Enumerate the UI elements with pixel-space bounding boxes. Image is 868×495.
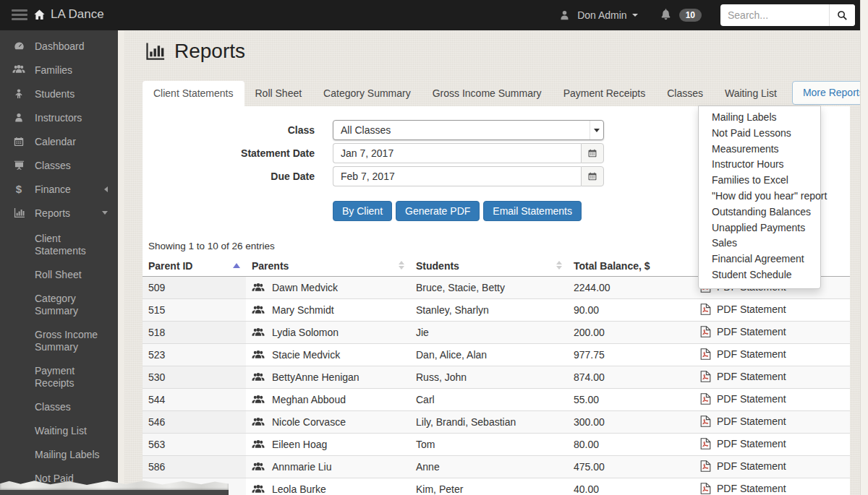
caret-down-icon[interactable] bbox=[632, 14, 638, 17]
cell-balance: 40.00 bbox=[568, 478, 694, 495]
sidebar-item-reports[interactable]: Reports bbox=[0, 201, 118, 225]
cell-parents: Eileen Hoag bbox=[272, 439, 327, 450]
chalkboard-icon bbox=[12, 159, 26, 171]
cell-balance: 55.00 bbox=[568, 389, 694, 411]
page-scrollbar-track[interactable] bbox=[860, 0, 868, 495]
class-select[interactable]: All Classes bbox=[333, 120, 604, 140]
menu-item-student-schedule[interactable]: Student Schedule bbox=[699, 267, 820, 283]
cell-balance: 80.00 bbox=[568, 434, 694, 456]
sidebar-subitem-classes[interactable]: Classes bbox=[0, 395, 118, 419]
client-statements-table: Parent ID Parents Students Total Balance… bbox=[142, 256, 850, 495]
cell-parent-id: 515 bbox=[142, 299, 246, 322]
menu-item-outstanding-balances[interactable]: Outstanding Balances bbox=[699, 205, 820, 220]
cell-parents: Leola Burke bbox=[272, 483, 326, 495]
cell-students: Jie bbox=[410, 322, 568, 344]
pdf-statement-label: PDF Statement bbox=[717, 416, 786, 427]
statement-date-picker-button[interactable] bbox=[581, 143, 604, 163]
sidebar-item-dashboard[interactable]: Dashboard bbox=[0, 34, 118, 58]
notifications-bell[interactable] bbox=[660, 8, 672, 22]
column-header-parent-id[interactable]: Parent ID bbox=[142, 256, 246, 277]
menu-item-financial-agreement[interactable]: Financial Agreement bbox=[699, 251, 820, 267]
by-client-button[interactable]: By Client bbox=[333, 201, 392, 221]
pdf-statement-link[interactable]: PDF Statement bbox=[700, 304, 786, 315]
table-row: 523 Stacie Medvick Dan, Alice, Alan 977.… bbox=[142, 344, 850, 366]
sidebar-item-calendar[interactable]: Calendar bbox=[0, 129, 118, 153]
sidebar-scrollbar-track[interactable] bbox=[118, 30, 124, 495]
menu-icon[interactable] bbox=[12, 9, 27, 21]
pdf-file-icon bbox=[700, 348, 711, 360]
cell-balance: 2244.00 bbox=[568, 277, 694, 299]
pdf-statement-link[interactable]: PDF Statement bbox=[700, 326, 786, 337]
pdf-statement-link[interactable]: PDF Statement bbox=[700, 348, 786, 360]
tab-client-statements[interactable]: Client Statements bbox=[142, 81, 244, 106]
column-label: Students bbox=[416, 260, 459, 272]
menu-item-families-to-excel[interactable]: Families to Excel bbox=[699, 173, 820, 189]
sidebar-item-classes[interactable]: Classes bbox=[0, 153, 118, 177]
menu-item-sales[interactable]: Sales bbox=[699, 236, 820, 251]
column-header-total-balance[interactable]: Total Balance, $ bbox=[568, 256, 694, 277]
sidebar-subitem-gross-income-summary[interactable]: Gross Income Summary bbox=[0, 323, 118, 359]
statement-date-input[interactable] bbox=[333, 143, 581, 163]
sidebar-subitem-payment-receipts[interactable]: Payment Receipts bbox=[0, 359, 118, 395]
cell-students: Russ, John bbox=[410, 366, 568, 389]
column-label: Parents bbox=[252, 260, 289, 272]
sort-icon bbox=[556, 261, 562, 270]
search-button[interactable] bbox=[829, 4, 855, 26]
menu-item-not-paid-lessons[interactable]: Not Paid Lessons bbox=[699, 126, 820, 142]
column-label: Total Balance, $ bbox=[574, 260, 650, 272]
pdf-statement-link[interactable]: PDF Statement bbox=[700, 393, 786, 405]
page-header: Reports bbox=[144, 40, 245, 63]
column-header-parents[interactable]: Parents bbox=[246, 256, 410, 277]
sidebar-subitem-waiting-list[interactable]: Waiting List bbox=[0, 419, 118, 443]
pdf-statement-link[interactable]: PDF Statement bbox=[700, 371, 786, 382]
tab-category-summary[interactable]: Category Summary bbox=[312, 81, 422, 106]
cell-parents: Annmarie Liu bbox=[272, 461, 332, 473]
pdf-file-icon bbox=[700, 483, 711, 494]
column-header-students[interactable]: Students bbox=[410, 256, 568, 277]
pdf-statement-link[interactable]: PDF Statement bbox=[700, 483, 786, 494]
reports-tabbar: Client Statements Roll Sheet Category Su… bbox=[142, 81, 868, 106]
tab-classes[interactable]: Classes bbox=[656, 81, 714, 106]
sidebar-subitem-mailing-labels[interactable]: Mailing Labels bbox=[0, 443, 118, 467]
menu-item-how-did-you-hear[interactable]: "How did you hear" report bbox=[699, 189, 820, 205]
cell-parent-id: 546 bbox=[142, 411, 246, 434]
search-input[interactable] bbox=[720, 9, 829, 21]
tab-roll-sheet[interactable]: Roll Sheet bbox=[244, 81, 313, 106]
app-root: { "colors": { "accent": "#337ab7", "navb… bbox=[0, 0, 868, 495]
sidebar-item-families[interactable]: Families bbox=[0, 58, 118, 82]
table-row: Leola Burke Kim, Peter 40.00 PDF Stateme… bbox=[142, 478, 850, 495]
tab-payment-receipts[interactable]: Payment Receipts bbox=[553, 81, 657, 106]
pdf-statement-label: PDF Statement bbox=[717, 438, 786, 449]
generate-pdf-button[interactable]: Generate PDF bbox=[396, 201, 480, 221]
menu-item-unapplied-payments[interactable]: Unapplied Payments bbox=[699, 220, 820, 236]
user-menu[interactable]: Don Admin bbox=[577, 9, 626, 21]
sidebar-item-finance[interactable]: $Finance bbox=[0, 177, 118, 201]
pdf-statement-link[interactable]: PDF Statement bbox=[700, 438, 786, 449]
cell-parents: Mary Schmidt bbox=[272, 304, 334, 316]
pdf-statement-link[interactable]: PDF Statement bbox=[700, 460, 786, 472]
tab-waiting-list[interactable]: Waiting List bbox=[714, 81, 788, 106]
sidebar-subitem-category-summary[interactable]: Category Summary bbox=[0, 287, 118, 323]
sidebar-item-label: Students bbox=[35, 88, 75, 100]
due-date-label: Due Date bbox=[142, 171, 333, 182]
sidebar-item-instructors[interactable]: Instructors bbox=[0, 106, 118, 129]
menu-item-instructor-hours[interactable]: Instructor Hours bbox=[699, 157, 820, 173]
tab-gross-income-summary[interactable]: Gross Income Summary bbox=[422, 81, 553, 106]
menu-item-mailing-labels[interactable]: Mailing Labels bbox=[699, 110, 820, 126]
due-date-picker-button[interactable] bbox=[581, 166, 604, 186]
family-group-icon bbox=[252, 282, 265, 294]
pdf-statement-label: PDF Statement bbox=[717, 460, 786, 472]
sidebar-nav: Dashboard Families Students Instructors … bbox=[0, 30, 118, 225]
menu-item-measurements[interactable]: Measurements bbox=[699, 142, 820, 158]
select-arrow-icon bbox=[590, 121, 603, 139]
sidebar-subitem-client-statements[interactable]: Client Statements bbox=[0, 227, 118, 263]
sidebar-subitem-roll-sheet[interactable]: Roll Sheet bbox=[0, 263, 118, 287]
pdf-statement-link[interactable]: PDF Statement bbox=[700, 416, 786, 427]
cell-balance: 300.00 bbox=[568, 411, 694, 434]
home-icon[interactable] bbox=[33, 9, 46, 21]
sidebar-item-students[interactable]: Students bbox=[0, 82, 118, 106]
notification-count-badge[interactable]: 10 bbox=[679, 9, 702, 22]
due-date-input[interactable] bbox=[333, 166, 581, 186]
email-statements-button[interactable]: Email Statements bbox=[483, 201, 582, 221]
tab-more-reports[interactable]: More Reports bbox=[792, 81, 868, 105]
